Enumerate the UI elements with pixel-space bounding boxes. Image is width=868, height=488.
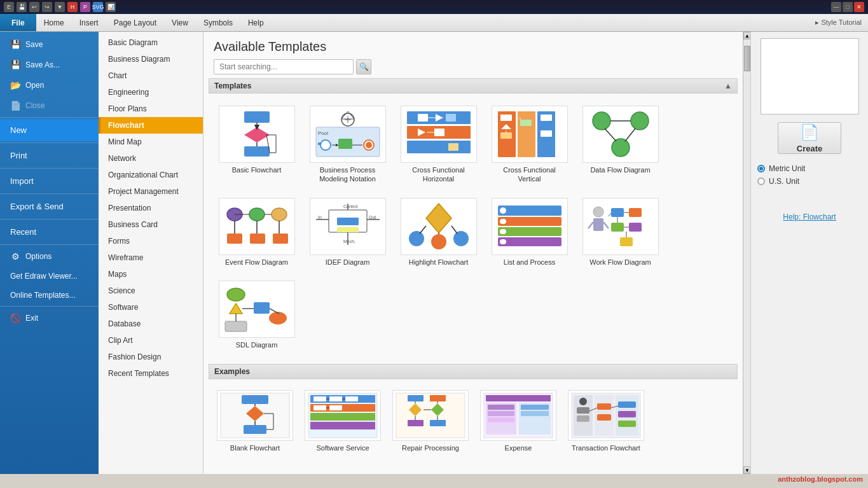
search-button[interactable]: 🔍: [356, 59, 371, 74]
file-options[interactable]: ⚙ Options: [0, 246, 99, 267]
example-blank-flowchart[interactable]: Blank Flowchart: [214, 387, 296, 456]
save-as-icon: 💾: [10, 60, 20, 70]
template-list-process[interactable]: List and Process: [486, 193, 572, 271]
file-open[interactable]: 📂 Open: [0, 75, 99, 95]
scrollbar-thumb[interactable]: [744, 46, 750, 71]
quick-access-undo[interactable]: ↩: [29, 2, 39, 12]
search-input[interactable]: [214, 59, 354, 74]
menu-help[interactable]: Help: [240, 16, 272, 30]
category-chart[interactable]: Chart: [99, 67, 203, 84]
template-basic-flowchart[interactable]: Basic Flowchart: [214, 101, 300, 188]
quick-access-btn4[interactable]: 📊: [106, 2, 116, 12]
template-workflow[interactable]: Work Flow Diagram: [577, 193, 663, 271]
file-edraw-viewer[interactable]: Get Edraw Viewer...: [0, 267, 99, 286]
example-expense[interactable]: Expense: [477, 387, 560, 456]
menu-file[interactable]: File: [0, 14, 36, 31]
file-online-templates[interactable]: Online Templates...: [0, 286, 99, 305]
template-label-workflow: Work Flow Diagram: [589, 258, 651, 267]
svg-rect-89: [629, 208, 642, 217]
svg-rect-100: [225, 321, 247, 331]
category-business-card[interactable]: Business Card: [99, 216, 203, 233]
quick-access-more[interactable]: ▼: [55, 2, 65, 12]
category-wireframe[interactable]: Wireframe: [99, 249, 203, 266]
file-export[interactable]: Export & Send: [0, 195, 99, 218]
quick-access-save[interactable]: 💾: [17, 2, 27, 12]
example-repair-processing[interactable]: Repair Processing: [389, 387, 472, 456]
file-save-as[interactable]: 💾 Save As...: [0, 55, 99, 75]
template-event-flow[interactable]: Event Flow Diagram: [214, 193, 300, 271]
category-floor-plans[interactable]: Floor Plans: [99, 101, 203, 117]
menu-view[interactable]: View: [164, 16, 196, 30]
unit-metric[interactable]: Metric Unit: [757, 164, 862, 173]
menu-symbols[interactable]: Symbols: [196, 16, 240, 30]
category-basic-diagram[interactable]: Basic Diagram: [99, 34, 203, 51]
category-flowchart[interactable]: Flowchart: [99, 117, 203, 134]
example-transaction-flowchart[interactable]: Transaction Flowchart: [565, 387, 647, 456]
template-cross-functional-v[interactable]: Cross Functional Vertical: [486, 101, 572, 188]
file-print[interactable]: Print: [0, 144, 99, 167]
us-radio[interactable]: [757, 178, 765, 185]
quick-access-btn1[interactable]: H: [67, 2, 78, 12]
example-thumb-transaction-flowchart: [568, 390, 644, 441]
svg-rect-36: [520, 120, 532, 126]
svg-rect-102: [254, 302, 270, 314]
svg-rect-2: [244, 146, 270, 157]
category-mind-map[interactable]: Mind Map: [99, 134, 203, 150]
category-recent-templates[interactable]: Recent Templates: [99, 365, 203, 382]
category-network[interactable]: Network: [99, 150, 203, 167]
example-thumb-expense: [480, 390, 556, 441]
category-fashion-design[interactable]: Fashion Design: [99, 349, 203, 365]
category-business-diagram[interactable]: Business Diagram: [99, 51, 203, 67]
category-org-chart[interactable]: Organizational Chart: [99, 167, 203, 183]
help-link[interactable]: Help: Flowchart: [783, 213, 836, 221]
template-idef[interactable]: In Out Control Mech. IDEF Diagram: [305, 193, 390, 271]
file-divider-7: [0, 306, 99, 307]
examples-section-header: Examples: [209, 364, 738, 379]
create-button[interactable]: 📄 Create: [778, 122, 841, 154]
templates-scroll-up[interactable]: ▲: [724, 81, 732, 90]
file-exit[interactable]: 🚫 Exit: [0, 308, 99, 328]
category-software[interactable]: Software: [99, 299, 203, 316]
maximize-button[interactable]: □: [843, 2, 853, 12]
minimize-button[interactable]: —: [831, 2, 841, 12]
metric-radio[interactable]: [757, 165, 765, 172]
svg-rect-49: [227, 234, 242, 244]
file-recent[interactable]: Recent: [0, 221, 99, 243]
category-science[interactable]: Science: [99, 282, 203, 299]
svg-rect-26: [434, 129, 444, 136]
file-save[interactable]: 💾 Save: [0, 34, 99, 55]
category-maps[interactable]: Maps: [99, 266, 203, 282]
scrollbar-track: [743, 39, 750, 466]
svg-rect-60: [337, 227, 359, 232]
menu-page-layout[interactable]: Page Layout: [106, 16, 164, 30]
quick-access-btn2[interactable]: P: [80, 2, 90, 12]
category-project-mgmt[interactable]: Project Management: [99, 183, 203, 200]
category-presentation[interactable]: Presentation: [99, 200, 203, 216]
example-software-service[interactable]: Software Service: [301, 387, 384, 456]
template-thumb-bpmn: Pool: [310, 106, 386, 163]
category-engineering[interactable]: Engineering: [99, 84, 203, 101]
template-sdl[interactable]: SDL Diagram: [214, 276, 300, 354]
file-import[interactable]: Import: [0, 170, 99, 192]
category-clip-art[interactable]: Clip Art: [99, 332, 203, 349]
template-bpmn[interactable]: Pool: [305, 101, 390, 188]
svg-rect-88: [611, 208, 624, 217]
unit-us[interactable]: U.S. Unit: [757, 177, 862, 186]
template-cross-functional-h[interactable]: Cross Functional Horizontal: [396, 101, 481, 188]
category-forms[interactable]: Forms: [99, 233, 203, 249]
quick-access-btn3[interactable]: SVG: [93, 2, 103, 12]
svg-rect-119: [310, 422, 375, 429]
preview-box: [761, 38, 859, 115]
svg-point-42: [631, 112, 649, 130]
file-close[interactable]: 📄 Close: [0, 95, 99, 116]
file-new[interactable]: New: [0, 119, 99, 141]
svg-line-73: [420, 226, 426, 234]
quick-access-redo[interactable]: ↪: [42, 2, 52, 12]
template-highlight-flowchart[interactable]: Highlight Flowchart: [396, 193, 481, 271]
template-data-flow[interactable]: Data Flow Diagram: [577, 101, 663, 188]
category-database[interactable]: Database: [99, 316, 203, 332]
close-button[interactable]: ✕: [854, 2, 864, 12]
menu-insert[interactable]: Insert: [72, 16, 106, 30]
menu-home[interactable]: Home: [36, 16, 72, 30]
svg-rect-144: [488, 405, 514, 410]
